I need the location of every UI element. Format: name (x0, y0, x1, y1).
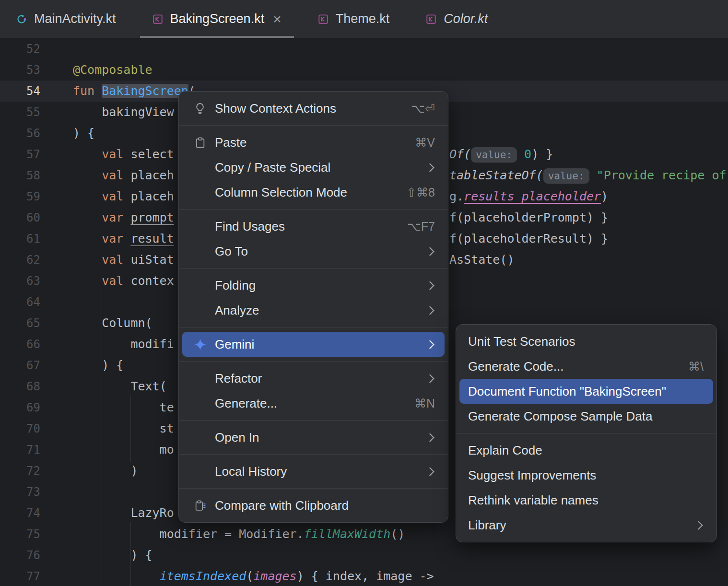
code-token: () (390, 527, 405, 541)
menu-item-label: Find Usages (215, 219, 393, 234)
lightbulb-icon (192, 102, 208, 115)
line-number[interactable]: 59 (0, 186, 40, 207)
close-tab-icon[interactable]: × (273, 12, 282, 26)
menu-item-show-context-actions[interactable]: Show Context Actions⌥⏎ (182, 96, 445, 121)
line-number[interactable]: 75 (0, 524, 40, 545)
code-text-continued: tableStateOf(value: "Provide recipe of (449, 165, 727, 186)
line-number[interactable]: 52 (0, 38, 40, 59)
menu-item-analyze[interactable]: Analyze (182, 298, 445, 323)
code-token: ) { index, image -> (297, 569, 434, 583)
line-number[interactable]: 77 (0, 566, 40, 586)
code-token: "Provide recipe of (597, 168, 727, 182)
line-number[interactable]: 69 (0, 397, 40, 418)
line-number[interactable]: 55 (0, 102, 40, 123)
code-token: ) (73, 464, 138, 478)
code-token (517, 147, 524, 161)
tab-theme-kt[interactable]: Theme.kt (305, 0, 402, 38)
chevron-right-icon (425, 306, 434, 315)
code-token: f(placeholderResult) } (449, 232, 608, 246)
menu-item-explain-code[interactable]: Explain Code (459, 438, 713, 463)
code-token: modifi (73, 337, 174, 351)
code-line-52[interactable]: 52 (0, 38, 728, 59)
line-number[interactable]: 58 (0, 165, 40, 186)
line-number[interactable]: 76 (0, 545, 40, 566)
code-token: BakingScreen (102, 84, 188, 98)
code-text: fun BakingScreen( (73, 81, 196, 102)
line-number[interactable]: 63 (0, 270, 40, 292)
menu-item-rethink-variable-names[interactable]: Rethink variable names (459, 488, 713, 513)
menu-item-paste[interactable]: Paste⌘V (182, 130, 445, 155)
code-token (123, 232, 130, 246)
menu-item-column-selection-mode[interactable]: Column Selection Mode⇧⌘8 (182, 180, 445, 205)
menu-separator (179, 361, 448, 362)
line-number[interactable]: 72 (0, 460, 40, 481)
code-text: ) { (73, 545, 153, 566)
code-token: itemsIndexed (160, 569, 247, 583)
menu-item-refactor[interactable]: Refactor (182, 366, 445, 391)
code-line-53[interactable]: 53@Composable (0, 59, 728, 81)
line-number[interactable]: 54 (0, 81, 40, 102)
menu-item-unit-test-scenarios[interactable]: Unit Test Scenarios (459, 329, 713, 354)
menu-item-open-in[interactable]: Open In (182, 425, 445, 450)
tab-bakingscreen-kt[interactable]: BakingScreen.kt× (140, 0, 294, 38)
menu-item-generate-compose-sample-data[interactable]: Generate Compose Sample Data (459, 404, 713, 429)
line-number[interactable]: 68 (0, 376, 40, 397)
line-number[interactable]: 70 (0, 418, 40, 439)
code-text-continued: f(placeholderPrompt) } (449, 207, 608, 228)
menu-item-generate[interactable]: Generate...⌘N (182, 391, 445, 416)
line-number[interactable]: 62 (0, 249, 40, 270)
code-token: contex (123, 274, 174, 288)
code-text: val uiStat (73, 249, 174, 270)
code-token: f(placeholderPrompt) } (449, 211, 608, 224)
code-token: ) (601, 189, 608, 203)
code-text-continued: g.results_placeholder) (449, 186, 608, 207)
line-number[interactable]: 60 (0, 207, 40, 228)
menu-item-document-function-bakingscreen[interactable]: Document Function "BakingScreen" (459, 379, 713, 404)
menu-item-folding[interactable]: Folding (182, 273, 445, 298)
code-text-continued: f(placeholderResult) } (449, 228, 608, 249)
line-number[interactable]: 64 (0, 292, 40, 313)
menu-item-compare-with-clipboard[interactable]: Compare with Clipboard (182, 493, 445, 518)
paste-icon (192, 137, 208, 149)
line-number[interactable]: 61 (0, 228, 40, 249)
menu-item-label: Generate... (215, 396, 400, 411)
code-token: tableStateOf( (449, 168, 543, 182)
code-token: 0 (524, 147, 531, 161)
gemini-icon (192, 338, 208, 351)
ide-window: MainActivity.ktBakingScreen.kt×Theme.ktC… (0, 0, 728, 586)
menu-item-library[interactable]: Library (459, 513, 713, 538)
menu-separator (179, 268, 448, 269)
line-number[interactable]: 67 (0, 355, 40, 376)
code-line-76[interactable]: 76 ) { (0, 545, 728, 566)
code-token: mo (73, 443, 174, 457)
code-text: ) (73, 460, 138, 481)
line-number[interactable]: 73 (0, 481, 40, 503)
line-number[interactable]: 66 (0, 334, 40, 355)
line-number[interactable]: 56 (0, 123, 40, 144)
menu-item-go-to[interactable]: Go To (182, 239, 445, 264)
line-number[interactable]: 65 (0, 313, 40, 334)
code-line-77[interactable]: 77 itemsIndexed(images) { index, image -… (0, 566, 728, 586)
menu-item-suggest-improvements[interactable]: Suggest Improvements (459, 463, 713, 488)
line-number[interactable]: 53 (0, 59, 40, 81)
menu-item-find-usages[interactable]: Find Usages⌥F7 (182, 214, 445, 239)
code-token: fillMaxWidth (304, 527, 391, 541)
code-token: var (73, 211, 123, 224)
chevron-right-icon (425, 281, 434, 290)
line-number[interactable]: 74 (0, 503, 40, 524)
menu-item-gemini[interactable]: Gemini (182, 332, 445, 357)
code-text: Text( (73, 376, 167, 397)
editor-tab-bar: MainActivity.ktBakingScreen.kt×Theme.ktC… (0, 0, 728, 38)
menu-item-label: Rethink variable names (468, 493, 704, 508)
menu-item-local-history[interactable]: Local History (182, 459, 445, 484)
line-number[interactable]: 71 (0, 439, 40, 460)
menu-item-generate-code[interactable]: Generate Code...⌘\ (459, 354, 713, 379)
tab-mainactivity-kt[interactable]: MainActivity.kt (4, 0, 129, 38)
code-token: modifier = Modifier. (73, 527, 304, 541)
code-token: AsState() (449, 253, 514, 267)
code-token: prompt (130, 211, 174, 224)
menu-item-label: Explain Code (468, 443, 704, 458)
line-number[interactable]: 57 (0, 144, 40, 165)
menu-item-copy-paste-special[interactable]: Copy / Paste Special (182, 155, 445, 180)
tab-color-kt[interactable]: Color.kt (413, 0, 500, 38)
